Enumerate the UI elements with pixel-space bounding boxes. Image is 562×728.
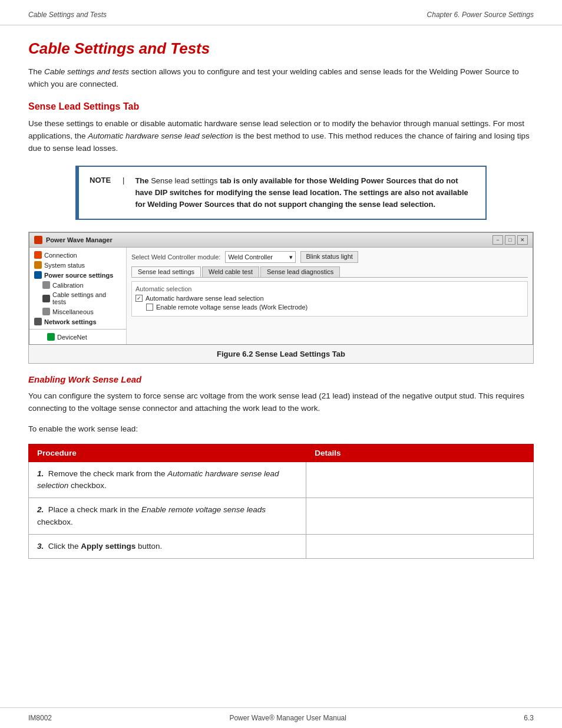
- misc-icon: [42, 308, 50, 315]
- pwm-sidebar: Connection System status Power source se…: [29, 248, 127, 344]
- enabling-subsection-heading: Enabling Work Sense Lead: [28, 374, 534, 384]
- note-separator: |: [123, 175, 124, 210]
- sense-lead-heading: Sense Lead Settings Tab: [28, 101, 534, 112]
- sidebar-devicenet-label: DeviceNet: [57, 334, 87, 341]
- pwm-toolbar: Select Weld Controller module: Weld Cont…: [131, 251, 528, 263]
- pwm-tab-content: Automatic selection Automatic hardware s…: [131, 281, 528, 317]
- sidebar-cable-label: Cable settings and tests: [52, 291, 121, 305]
- sidebar-item-devicenet[interactable]: DeviceNet: [29, 332, 126, 342]
- page-footer: IM8002 Power Wave® Manager User Manual 6…: [0, 707, 562, 728]
- tab-sense-lead-diagnostics[interactable]: Sense lead diagnostics: [260, 266, 340, 277]
- pwm-body: Connection System status Power source se…: [29, 248, 533, 344]
- sidebar-connection-label: Connection: [44, 252, 77, 259]
- sidebar-system-label: System status: [44, 262, 85, 269]
- toolbar-label: Select Weld Controller module:: [131, 253, 220, 261]
- automatic-selection-label: Automatic selection: [135, 285, 524, 292]
- sense-lead-body: Use these settings to enable or disable …: [28, 118, 534, 155]
- devicenet-icon: [47, 333, 55, 341]
- table-cell-details-3: [306, 534, 534, 558]
- page-content: Cable Settings and Tests The Cable setti…: [0, 25, 562, 594]
- table-cell-details-1: [306, 462, 534, 498]
- table-cell-proc-3: 3. Click the Apply settings button.: [29, 534, 306, 558]
- checkbox-row-remote: Enable remote voltage sense leads (Work …: [135, 304, 524, 311]
- figure-container: Power Wave Manager − □ ✕ Connection: [28, 232, 534, 364]
- tab-weld-cable-test[interactable]: Weld cable test: [202, 266, 259, 277]
- figure-caption: Figure 6.2 Sense Lead Settings Tab: [29, 345, 533, 363]
- note-box: NOTE | The Sense lead settings tab is on…: [75, 166, 487, 220]
- sidebar-calibration-label: Calibration: [52, 282, 84, 289]
- tab-sense-lead-settings[interactable]: Sense lead settings: [131, 266, 201, 277]
- table-cell-proc-2: 2. Place a check mark in the Enable remo…: [29, 498, 306, 535]
- maximize-button[interactable]: □: [505, 235, 515, 245]
- network-icon: [34, 318, 42, 325]
- footer-left: IM8002: [28, 714, 52, 722]
- pwm-main: Select Weld Controller module: Weld Cont…: [127, 248, 533, 344]
- calibration-icon: [42, 281, 50, 289]
- enabling-para1: You can configure the system to force se…: [28, 390, 534, 415]
- pwm-window: Power Wave Manager − □ ✕ Connection: [29, 232, 533, 345]
- system-icon: [34, 261, 42, 269]
- footer-right: 6.3: [524, 714, 534, 722]
- table-row-2: 2. Place a check mark in the Enable remo…: [29, 498, 534, 535]
- sidebar-item-calibration[interactable]: Calibration: [29, 280, 126, 290]
- pwm-sidebar-bottom: DeviceNet: [29, 329, 126, 342]
- proc-num-2: 2.: [37, 505, 44, 514]
- sidebar-item-power-source[interactable]: Power source settings: [29, 270, 126, 280]
- sidebar-power-label: Power source settings: [44, 272, 113, 279]
- sidebar-item-network[interactable]: Network settings: [29, 317, 126, 327]
- blink-status-button[interactable]: Blink status light: [300, 251, 358, 263]
- sidebar-item-system-status[interactable]: System status: [29, 260, 126, 270]
- pwm-title-icon: [34, 236, 42, 244]
- minimize-button[interactable]: −: [492, 235, 503, 245]
- automatic-hardware-checkbox[interactable]: [135, 295, 143, 302]
- remote-voltage-checkbox[interactable]: [146, 304, 153, 311]
- chapter-title: Cable Settings and Tests: [28, 39, 534, 58]
- pwm-titlebar: Power Wave Manager − □ ✕: [29, 233, 533, 248]
- sidebar-item-connection[interactable]: Connection: [29, 250, 126, 260]
- intro-paragraph: The Cable settings and tests section all…: [28, 66, 534, 91]
- pwm-win-controls[interactable]: − □ ✕: [492, 235, 528, 245]
- proc-num-3: 3.: [37, 542, 44, 551]
- enabling-para2: To enable the work sense lead:: [28, 423, 534, 436]
- procedure-table: Procedure Details 1. Remove the check ma…: [28, 444, 534, 559]
- note-label: NOTE: [90, 175, 112, 210]
- weld-controller-value: Weld Controller: [228, 253, 273, 261]
- table-row-3: 3. Click the Apply settings button.: [29, 534, 534, 558]
- automatic-hardware-label: Automatic hardware sense lead selection: [146, 295, 264, 302]
- table-cell-proc-1: 1. Remove the check mark from the Automa…: [29, 462, 306, 498]
- table-row-1: 1. Remove the check mark from the Automa…: [29, 462, 534, 498]
- footer-center: Power Wave® Manager User Manual: [229, 714, 346, 722]
- page-header: Cable Settings and Tests Chapter 6. Powe…: [0, 0, 562, 25]
- table-header-details: Details: [306, 444, 534, 462]
- table-header-procedure: Procedure: [29, 444, 306, 462]
- weld-controller-select[interactable]: Weld Controller ▾: [225, 251, 296, 263]
- sidebar-item-cable[interactable]: Cable settings and tests: [29, 290, 126, 307]
- table-cell-details-2: [306, 498, 534, 535]
- remote-voltage-label: Enable remote voltage sense leads (Work …: [156, 304, 308, 311]
- checkbox-row-automatic: Automatic hardware sense lead selection: [135, 295, 524, 302]
- sidebar-item-miscellaneous[interactable]: Miscellaneous: [29, 307, 126, 317]
- close-button[interactable]: ✕: [517, 235, 528, 245]
- pwm-title-text: Power Wave Manager: [46, 236, 113, 243]
- pwm-tabs: Sense lead settings Weld cable test Sens…: [131, 266, 528, 278]
- header-left: Cable Settings and Tests: [28, 11, 107, 19]
- proc-num-1: 1.: [37, 469, 44, 478]
- header-right: Chapter 6. Power Source Settings: [427, 11, 534, 19]
- sidebar-misc-label: Miscellaneous: [52, 308, 94, 315]
- power-icon: [34, 271, 42, 279]
- pwm-title: Power Wave Manager: [34, 236, 113, 244]
- connection-icon: [34, 251, 42, 259]
- note-content: The Sense lead settings tab is only avai…: [135, 175, 475, 210]
- cable-icon: [42, 295, 50, 302]
- select-chevron-icon: ▾: [289, 253, 293, 261]
- sidebar-network-label: Network settings: [44, 318, 97, 325]
